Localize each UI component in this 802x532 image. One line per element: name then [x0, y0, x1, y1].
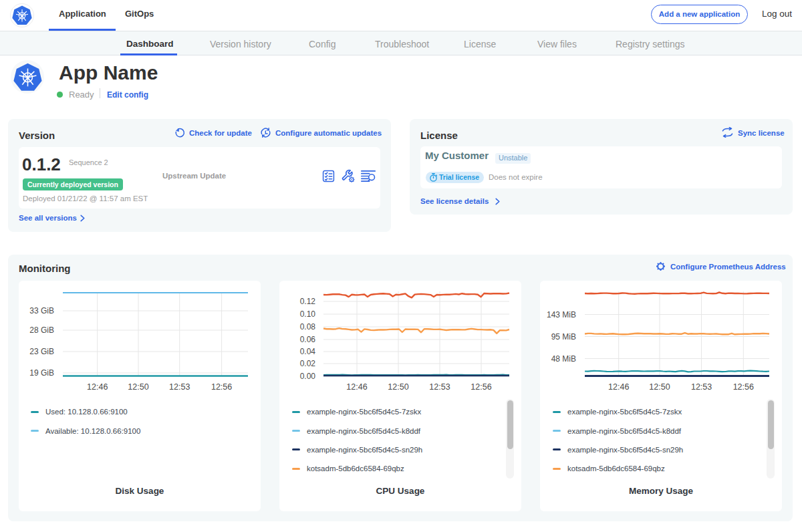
- svg-text:12:53: 12:53: [691, 382, 712, 392]
- svg-text:48 MiB: 48 MiB: [551, 354, 576, 364]
- svg-text:28 GiB: 28 GiB: [29, 325, 54, 335]
- svg-text:0.12: 0.12: [300, 297, 316, 306]
- svg-text:19 GiB: 19 GiB: [29, 368, 54, 378]
- svg-text:0.08: 0.08: [300, 322, 316, 331]
- svg-text:12:50: 12:50: [128, 382, 148, 392]
- svg-text:12:50: 12:50: [649, 382, 670, 392]
- svg-text:12:53: 12:53: [169, 382, 190, 392]
- svg-text:12:56: 12:56: [211, 382, 232, 392]
- svg-text:0.10: 0.10: [300, 309, 316, 319]
- svg-text:12:46: 12:46: [87, 382, 108, 392]
- svg-text:12:53: 12:53: [429, 382, 450, 392]
- svg-text:143 MiB: 143 MiB: [547, 310, 576, 319]
- svg-text:12:46: 12:46: [346, 382, 367, 392]
- svg-text:95 MiB: 95 MiB: [551, 332, 576, 342]
- svg-text:12:50: 12:50: [388, 382, 408, 392]
- svg-text:33 GiB: 33 GiB: [29, 306, 54, 315]
- svg-text:12:56: 12:56: [733, 382, 754, 392]
- svg-text:0.02: 0.02: [300, 359, 316, 368]
- svg-text:12:46: 12:46: [608, 382, 629, 392]
- svg-text:0.00: 0.00: [300, 372, 316, 381]
- svg-text:12:56: 12:56: [471, 382, 491, 392]
- svg-text:0.04: 0.04: [300, 347, 316, 356]
- svg-text:0.06: 0.06: [300, 335, 316, 344]
- svg-text:23 GiB: 23 GiB: [29, 347, 54, 356]
